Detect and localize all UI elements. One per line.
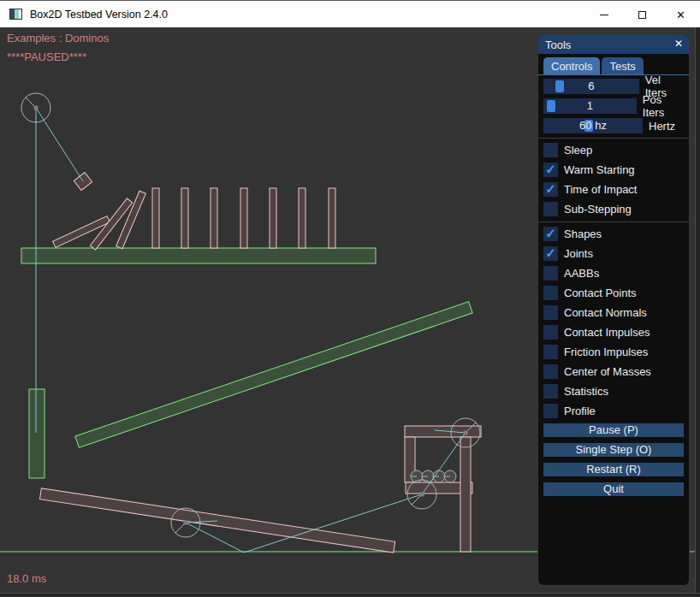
tabbar: ControlsTests — [538, 54, 689, 75]
paused-label: ****PAUSED**** — [7, 50, 86, 63]
app-window: Examples : Dominos ****PAUSED**** 18.0 m… — [0, 0, 700, 597]
close-icon: ✕ — [676, 9, 685, 21]
checkbox-box — [543, 404, 558, 418]
checkbox-box — [543, 384, 558, 399]
slider-row-hertz: 60 hzHertz — [543, 118, 684, 133]
domino[interactable] — [181, 188, 188, 248]
slider-row-vel-iters: 6Vel Iters — [543, 79, 684, 94]
tabbar-underline — [538, 74, 689, 75]
checkbox-label: Contact Normals — [564, 306, 647, 319]
checkbox-box — [543, 143, 558, 157]
checkbox-statistics[interactable]: Statistics — [543, 384, 684, 399]
domino[interactable] — [240, 188, 247, 248]
checkbox-box — [543, 325, 558, 340]
checkbox-label: Shapes — [564, 228, 602, 240]
checkbox-contact-points[interactable]: Contact Points — [543, 286, 684, 300]
restart-r-button[interactable]: Restart (R) — [543, 463, 684, 476]
domino[interactable] — [299, 188, 306, 248]
maximize-icon — [638, 11, 646, 19]
checkbox-box: ✓ — [543, 163, 558, 177]
checkbox-joints[interactable]: ✓Joints — [543, 246, 684, 261]
panel-close-icon[interactable]: ✕ — [674, 38, 683, 50]
slider-value: 1 — [543, 98, 637, 114]
window-bottom-border[interactable] — [0, 593, 700, 597]
separator — [538, 138, 689, 139]
checkbox-sleep[interactable]: Sleep — [543, 143, 684, 157]
domino[interactable] — [152, 188, 159, 248]
checkbox-label: Friction Impulses — [564, 346, 648, 358]
slider-value: 6 — [543, 79, 639, 94]
checkbox-box — [543, 286, 558, 300]
window-right-border[interactable] — [695, 27, 700, 597]
checkbox-label: Time of Impact — [564, 183, 637, 196]
tools-panel-titlebar[interactable]: Tools ✕ — [538, 35, 689, 54]
slider-label: Hertz — [649, 120, 675, 133]
example-label: Examples : Dominos — [7, 32, 109, 44]
checkbox-center-of-masses[interactable]: Center of Masses — [543, 364, 684, 379]
window-title: Box2D Testbed Version 2.4.0 — [30, 9, 168, 21]
quit-button[interactable]: Quit — [543, 482, 684, 496]
checkbox-contact-impulses[interactable]: Contact Impulses — [543, 325, 684, 340]
check-icon: ✓ — [545, 163, 556, 175]
falling-domino[interactable] — [116, 191, 146, 249]
check-icon: ✓ — [545, 246, 556, 259]
checkbox-warm-starting[interactable]: ✓Warm Starting — [543, 163, 684, 177]
pause-p-button[interactable]: Pause (P) — [543, 423, 684, 437]
tab-tests[interactable]: Tests — [602, 57, 643, 75]
app-icon — [9, 9, 22, 20]
checkbox-box: ✓ — [543, 227, 558, 241]
checkbox-profile[interactable]: Profile — [543, 404, 684, 418]
checkbox-box — [543, 345, 558, 359]
checkbox-shapes[interactable]: ✓Shapes — [543, 227, 684, 241]
panel-content: 6Vel Iters1Pos Iters60 hzHertz Sleep✓War… — [538, 75, 689, 496]
separator — [538, 222, 689, 222]
frame-time-label: 18.0 ms — [7, 572, 46, 585]
checkbox-label: Profile — [564, 405, 596, 417]
tools-panel-title: Tools — [545, 38, 571, 51]
domino-platform — [21, 248, 376, 263]
minimize-button[interactable] — [584, 1, 623, 28]
checkbox-label: Sleep — [564, 144, 592, 157]
checkbox-box — [543, 364, 558, 379]
vel-iters-slider[interactable]: 6 — [543, 79, 639, 94]
frame-right-post[interactable] — [460, 437, 471, 552]
slider-row-pos-iters: 1Pos Iters — [543, 98, 684, 114]
checkbox-box: ✓ — [543, 246, 558, 261]
checkbox-aabbs[interactable]: AABBs — [543, 266, 684, 281]
checkbox-label: Statistics — [564, 385, 608, 398]
minimize-icon — [600, 15, 608, 15]
checkbox-contact-normals[interactable]: Contact Normals — [543, 305, 684, 320]
checkbox-box — [543, 266, 558, 281]
checkbox-label: Sub-Stepping — [564, 203, 632, 216]
checkbox-label: Contact Points — [564, 287, 637, 299]
domino[interactable] — [329, 188, 335, 248]
maximize-button[interactable] — [623, 1, 661, 28]
checkbox-box — [543, 202, 558, 216]
vertical-block — [29, 389, 44, 478]
check-icon: ✓ — [545, 227, 556, 239]
os-titlebar[interactable]: Box2D Testbed Version 2.4.0 ✕ — [0, 0, 700, 27]
pos-iters-slider[interactable]: 1 — [543, 98, 637, 114]
close-button[interactable]: ✕ — [661, 1, 700, 28]
tools-panel: Tools ✕ ControlsTests 6Vel Iters1Pos Ite… — [537, 34, 690, 586]
checkbox-friction-impulses[interactable]: Friction Impulses — [543, 345, 684, 359]
checkbox-box — [543, 305, 558, 320]
domino[interactable] — [270, 188, 276, 248]
slider-value: 60 hz — [543, 118, 643, 133]
slider-label: Pos Iters — [643, 93, 684, 119]
tab-controls[interactable]: Controls — [543, 57, 600, 75]
checkbox-sub-stepping[interactable]: Sub-Stepping — [543, 202, 684, 216]
hertz-slider[interactable]: 60 hz — [543, 118, 643, 133]
checkbox-label: AABBs — [564, 267, 599, 280]
checkbox-box: ✓ — [543, 182, 558, 197]
domino[interactable] — [211, 188, 217, 248]
checkbox-label: Joints — [564, 247, 593, 260]
checkbox-time-of-impact[interactable]: ✓Time of Impact — [543, 182, 684, 197]
anchor-points — [34, 106, 468, 525]
checkbox-label: Contact Impulses — [564, 326, 650, 339]
check-icon: ✓ — [545, 182, 556, 195]
frame-top-beam[interactable] — [405, 426, 481, 437]
checkbox-label: Center of Masses — [564, 365, 651, 378]
single-step-o-button[interactable]: Single Step (O) — [543, 443, 684, 457]
checkbox-label: Warm Starting — [564, 163, 635, 176]
